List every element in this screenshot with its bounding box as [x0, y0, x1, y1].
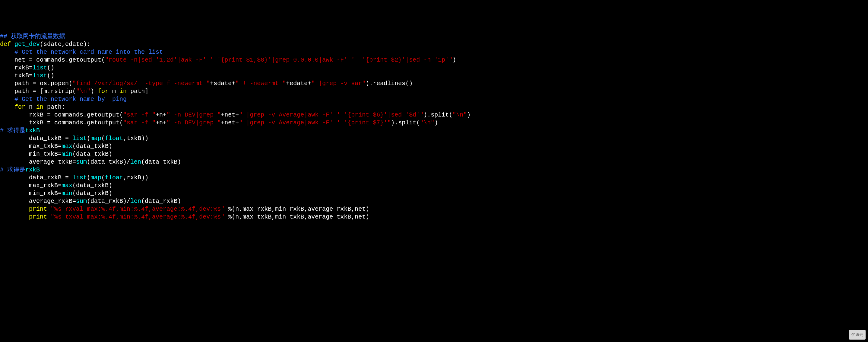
- code-token: path = [m.rstrip(: [0, 88, 76, 95]
- code-line[interactable]: print "%s rxval max:%.4f,min:%.4f,averag…: [0, 205, 868, 213]
- code-token: (sdate,edate):: [40, 41, 91, 48]
- code-token: " |grep -v Average|awk -F' ' '{print $6}…: [239, 111, 424, 118]
- code-token: +sdate+: [210, 80, 235, 87]
- code-token: print: [29, 213, 47, 220]
- code-token: txkB=: [0, 72, 33, 79]
- code-line[interactable]: min_txkB=min(data_txkB): [0, 150, 868, 158]
- code-token: in: [36, 104, 43, 111]
- code-token: +net+: [221, 111, 239, 118]
- code-token: data_rxkB =: [0, 174, 72, 181]
- code-token: path]: [127, 88, 148, 95]
- code-token: (: [87, 135, 91, 142]
- code-line[interactable]: min_rxkB=min(data_rxkB): [0, 190, 868, 197]
- code-token: %(n,max_txkB,min_txkB,average_txkB,net): [224, 213, 369, 220]
- code-token: "%s rxval max:%.4f,min:%.4f,average:%.4f…: [51, 205, 224, 212]
- code-line[interactable]: def get_dev(sdate,edate):: [0, 40, 868, 48]
- code-token: min_rxkB=: [0, 190, 62, 197]
- code-token: (): [47, 72, 54, 79]
- code-line[interactable]: # Get the network card name into the lis…: [0, 48, 868, 56]
- code-token: [11, 41, 14, 48]
- code-token: rxkB: [25, 166, 40, 173]
- code-token: ): [434, 119, 438, 126]
- code-line[interactable]: net = commands.getoutput("route -n|sed '…: [0, 56, 868, 64]
- code-token: (data_rxkB): [141, 198, 181, 205]
- code-line[interactable]: max_rxkB=max(data_rxkB): [0, 182, 868, 190]
- code-line[interactable]: for n in path:: [0, 103, 868, 111]
- code-line[interactable]: data_txkB = list(map(float,txkB)): [0, 135, 868, 142]
- code-line[interactable]: rxkB=list(): [0, 64, 868, 72]
- code-token: +edate+: [286, 80, 311, 87]
- code-token: ): [91, 88, 98, 95]
- code-token: average_txkB=: [0, 159, 76, 165]
- code-token: [47, 205, 51, 212]
- code-line[interactable]: txkB=list(): [0, 72, 868, 80]
- code-line[interactable]: print "%s txval max:%.4f,min:%.4f,averag…: [0, 213, 868, 221]
- code-token: # Get the network card name into the lis…: [14, 49, 163, 56]
- code-token: float: [105, 174, 123, 181]
- code-token: (data_rxkB): [72, 190, 112, 197]
- code-token: m: [108, 88, 119, 95]
- code-editor[interactable]: ## 获取网卡的流量数据def get_dev(sdate,edate): # …: [0, 33, 868, 221]
- code-token: "%s txval max:%.4f,min:%.4f,average:%.4f…: [51, 213, 224, 220]
- code-token: list: [72, 174, 87, 181]
- watermark-badge: 亿速云: [849, 330, 866, 340]
- code-token: (data_txkB): [141, 159, 181, 165]
- code-token: ,txkB)): [123, 135, 148, 142]
- code-token: rxkB=: [0, 64, 33, 71]
- code-line[interactable]: data_rxkB = list(map(float,rxkB)): [0, 174, 868, 182]
- code-token: for: [98, 88, 108, 95]
- code-token: # 求得是: [0, 166, 25, 173]
- code-token: [0, 213, 29, 220]
- code-token: "sar -f ": [123, 119, 156, 126]
- code-token: path = os.popen(: [0, 80, 72, 87]
- code-line[interactable]: path = os.popen("find /var/log/sa/ -type…: [0, 80, 868, 88]
- code-token: list: [33, 72, 47, 79]
- code-token: "route -n|sed '1,2d'|awk -F' ' '{print $…: [105, 56, 453, 63]
- code-token: ): [453, 56, 456, 63]
- code-line[interactable]: ## 获取网卡的流量数据: [0, 33, 868, 40]
- code-token: sum: [76, 159, 87, 165]
- code-token: (data_rxkB): [72, 182, 112, 189]
- code-line[interactable]: txkB = commands.getoutput("sar -f "+n+" …: [0, 119, 868, 127]
- code-line[interactable]: path = [m.rstrip("\n") for m in path]: [0, 88, 868, 95]
- code-token: n: [25, 104, 36, 111]
- code-token: (data_txkB): [72, 151, 112, 158]
- code-token: max_txkB=: [0, 143, 62, 150]
- code-token: (: [87, 174, 91, 181]
- code-token: " ! -newermt ": [235, 80, 286, 87]
- code-token: [0, 96, 14, 103]
- code-token: path:: [43, 104, 65, 111]
- code-line[interactable]: average_txkB=sum(data_txkB)/len(data_txk…: [0, 158, 868, 166]
- code-line[interactable]: # Get the network name by ping: [0, 95, 868, 103]
- code-token: " |grep -v Average|awk -F' ' '{print $7}…: [239, 119, 391, 126]
- code-token: len: [130, 198, 141, 205]
- code-token: +net+: [221, 119, 239, 126]
- code-token: # Get the network name by ping: [14, 96, 127, 103]
- code-token: (: [101, 174, 105, 181]
- code-token: data_txkB =: [0, 135, 72, 142]
- code-token: [0, 104, 14, 111]
- code-line[interactable]: average_rxkB=sum(data_rxkB)/len(data_rxk…: [0, 197, 868, 205]
- code-token: min: [62, 151, 72, 158]
- code-line[interactable]: # 求得是rxkB: [0, 166, 868, 174]
- code-token: rxkB = commands.getoutput(: [0, 111, 123, 118]
- code-token: len: [130, 159, 141, 165]
- code-token: list: [72, 135, 87, 142]
- code-token: "find /var/log/sa/ -type f -newermt ": [72, 80, 210, 87]
- code-token: ).split(: [424, 111, 453, 118]
- code-line[interactable]: max_txkB=max(data_txkB): [0, 142, 868, 150]
- code-token: (data_txkB): [72, 143, 112, 150]
- code-token: ).split(: [391, 119, 420, 126]
- code-token: average_rxkB=: [0, 198, 76, 205]
- code-line[interactable]: # 求得是txkB: [0, 127, 868, 135]
- code-token: txkB = commands.getoutput(: [0, 119, 123, 126]
- code-line[interactable]: rxkB = commands.getoutput("sar -f "+n+" …: [0, 111, 868, 119]
- code-token: " |grep -v sar": [311, 80, 366, 87]
- code-token: "\n": [453, 111, 467, 118]
- code-token: net = commands.getoutput(: [0, 56, 105, 63]
- code-token: get_dev: [14, 41, 40, 48]
- code-token: # 求得是: [0, 127, 25, 134]
- code-token: for: [14, 104, 25, 111]
- code-token: txkB: [25, 127, 40, 134]
- code-token: min: [62, 190, 72, 197]
